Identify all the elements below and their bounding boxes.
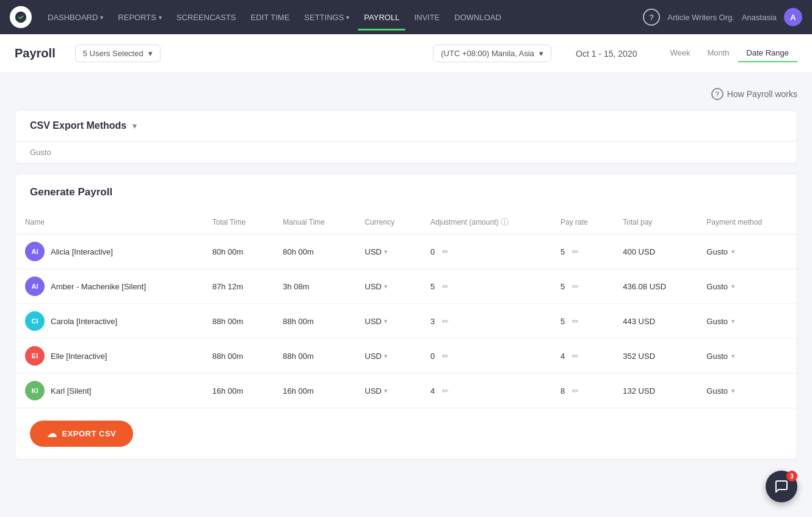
tab-week[interactable]: Week — [661, 45, 698, 62]
adjustment-cell-0: 0 ✏ — [421, 234, 551, 269]
col-name: Name — [15, 211, 203, 234]
edit-icon[interactable]: ✏ — [442, 352, 449, 361]
avatar: CI — [25, 311, 45, 331]
user-name: Anastasia — [742, 13, 777, 22]
export-csv-button[interactable]: ☁ EXPORT CSV — [30, 421, 133, 447]
tab-date-range[interactable]: Date Range — [738, 45, 797, 62]
table-header-row: Name Total Time Manual Time Currency Adj… — [15, 211, 797, 234]
org-name: Article Writers Org. — [667, 13, 734, 22]
view-tabs: Week Month Date Range — [661, 45, 797, 62]
payment-method-cell-2[interactable]: Gusto ▾ — [697, 304, 797, 339]
timezone-dropdown[interactable]: (UTC +08:00) Manila, Asia ▾ — [433, 45, 551, 62]
user-name: Elle [Interactive] — [51, 352, 107, 361]
edit-icon[interactable]: ✏ — [572, 386, 579, 396]
table-row: CI Carola [Interactive] 88h 00m 88h 00m … — [15, 304, 797, 339]
chevron-down-icon: ▾ — [731, 317, 735, 325]
manual-time-4: 16h 00m — [273, 374, 355, 408]
chevron-down-icon: ▾ — [384, 317, 388, 325]
total-time-2: 88h 00m — [203, 304, 274, 339]
currency-cell-3[interactable]: USD ▾ — [355, 339, 421, 374]
adjustment-cell-3: 0 ✏ — [421, 339, 551, 374]
edit-icon[interactable]: ✏ — [572, 282, 579, 291]
edit-icon[interactable]: ✏ — [572, 247, 579, 256]
avatar: AI — [25, 242, 45, 261]
adjustment-cell-2: 3 ✏ — [421, 304, 551, 339]
nav-item-dashboard[interactable]: DASHBOARD ▾ — [42, 9, 109, 26]
manual-time-0: 80h 00m — [273, 234, 355, 269]
upload-icon: ☁ — [47, 428, 57, 439]
edit-icon[interactable]: ✏ — [442, 247, 449, 256]
user-cell-0: AI Alicia [Interactive] — [15, 234, 203, 269]
edit-icon[interactable]: ✏ — [572, 317, 579, 326]
total-time-4: 16h 00m — [203, 374, 274, 408]
nav-item-edit-time[interactable]: EDIT TIME — [245, 9, 296, 26]
col-manual-time: Manual Time — [273, 211, 355, 234]
payment-method-cell-3[interactable]: Gusto ▾ — [697, 339, 797, 374]
currency-cell-2[interactable]: USD ▾ — [355, 304, 421, 339]
nav-item-screencasts[interactable]: SCREENCASTS — [170, 9, 242, 26]
csv-export-title: CSV Export Methods — [30, 120, 126, 131]
timezone-label: (UTC +08:00) Manila, Asia — [441, 49, 534, 58]
chevron-down-icon: ▾ — [384, 248, 388, 256]
edit-icon[interactable]: ✏ — [572, 352, 579, 361]
how-payroll-link[interactable]: ? How Payroll works — [711, 88, 797, 100]
logo[interactable] — [10, 6, 32, 28]
manual-time-2: 88h 00m — [273, 304, 355, 339]
date-range: Oct 1 - 15, 2020 — [576, 49, 637, 59]
payment-method-cell-1[interactable]: Gusto ▾ — [697, 269, 797, 304]
users-selected-dropdown[interactable]: 5 Users Selected ▾ — [75, 45, 161, 62]
currency-cell-1[interactable]: USD ▾ — [355, 269, 421, 304]
col-total-time: Total Time — [203, 211, 274, 234]
svg-point-0 — [16, 12, 26, 23]
adjustment-cell-1: 5 ✏ — [421, 269, 551, 304]
chevron-down-icon: ▾ — [384, 352, 388, 360]
tab-month[interactable]: Month — [698, 45, 738, 62]
nav-item-invite[interactable]: INVITE — [408, 9, 446, 26]
user-name: Alicia [Interactive] — [51, 247, 113, 256]
payment-method-cell-0[interactable]: Gusto ▾ — [697, 234, 797, 269]
avatar: AI — [25, 277, 45, 296]
total-pay-2: 443 USD — [613, 304, 697, 339]
nav-item-download[interactable]: DOWNLOAD — [448, 9, 507, 26]
table-row: KI Karl [Silent] 16h 00m 16h 00m USD ▾ 4… — [15, 374, 797, 408]
payment-method-cell-4[interactable]: Gusto ▾ — [697, 374, 797, 408]
total-pay-1: 436.08 USD — [613, 269, 697, 304]
chevron-down-icon: ▾ — [384, 387, 388, 395]
chevron-down-icon: ▾ — [731, 387, 735, 395]
pay-rate-cell-3: 4 ✏ — [551, 339, 613, 374]
total-pay-0: 400 USD — [613, 234, 697, 269]
how-payroll-bar: ? How Payroll works — [15, 88, 797, 100]
avatar[interactable]: A — [784, 8, 802, 26]
edit-icon[interactable]: ✏ — [442, 386, 449, 396]
chevron-down-icon: ▾ — [539, 49, 543, 58]
nav-item-settings[interactable]: SETTINGS ▾ — [298, 9, 355, 26]
chevron-down-icon: ▾ — [100, 14, 103, 21]
users-selected-label: 5 Users Selected — [83, 49, 143, 58]
page-header: Payroll 5 Users Selected ▾ (UTC +08:00) … — [0, 34, 812, 73]
manual-time-3: 88h 00m — [273, 339, 355, 374]
chevron-down-icon: ▾ — [384, 283, 388, 291]
chevron-down-icon[interactable]: ▾ — [132, 121, 137, 131]
adjustment-cell-4: 4 ✏ — [421, 374, 551, 408]
currency-cell-0[interactable]: USD ▾ — [355, 234, 421, 269]
user-name: Karl [Silent] — [51, 386, 91, 396]
export-section: ☁ EXPORT CSV — [15, 408, 797, 459]
nav-item-reports[interactable]: REPORTS ▾ — [112, 9, 168, 26]
csv-export-card: CSV Export Methods ▾ Gusto — [15, 110, 797, 164]
table-row: AI Amber - Machenike [Silent] 87h 12m 3h… — [15, 269, 797, 304]
pay-rate-cell-0: 5 ✏ — [551, 234, 613, 269]
col-total-pay: Total pay — [613, 211, 697, 234]
chevron-down-icon: ▾ — [731, 283, 735, 291]
col-pay-rate: Pay rate — [551, 211, 613, 234]
generate-payroll-card: Generate Payroll Name Total Time Manual … — [15, 173, 797, 460]
chevron-down-icon: ▾ — [731, 352, 735, 360]
generate-payroll-title: Generate Payroll — [15, 174, 797, 211]
total-time-0: 80h 00m — [203, 234, 274, 269]
nav-item-payroll[interactable]: PAYROLL — [358, 9, 405, 26]
help-button[interactable]: ? — [643, 9, 660, 26]
total-time-3: 88h 00m — [203, 339, 274, 374]
edit-icon[interactable]: ✏ — [442, 282, 449, 291]
currency-cell-4[interactable]: USD ▾ — [355, 374, 421, 408]
page-title: Payroll — [15, 46, 56, 60]
edit-icon[interactable]: ✏ — [442, 317, 449, 326]
